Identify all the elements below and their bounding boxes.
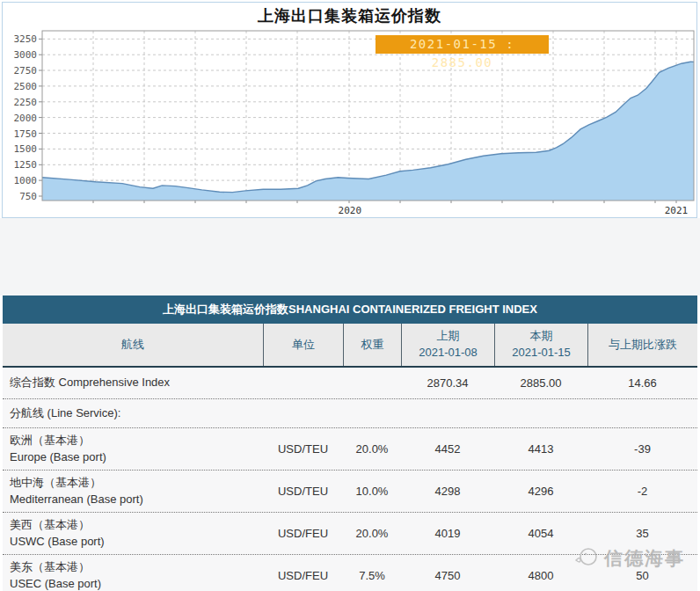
svg-text:2020: 2020: [339, 205, 362, 216]
route-name-cn: 美东（基本港）: [10, 559, 263, 575]
prev-value: 2870.34: [401, 376, 494, 390]
curr-value: 2885.00: [494, 376, 587, 390]
chart-title: 上海出口集装箱运价指数: [3, 5, 696, 26]
col-header-previous: 上期 2021-01-08: [401, 324, 494, 366]
route-name-cn: 美西（基本港）: [10, 517, 263, 533]
svg-text:3000: 3000: [14, 49, 38, 61]
route-name-en: USWC (Base port): [10, 534, 263, 550]
section-label: 分航线 (Line Service):: [3, 405, 697, 421]
svg-text:3250: 3250: [14, 33, 38, 45]
svg-text:750: 750: [19, 191, 37, 202]
svg-text:2250: 2250: [14, 97, 38, 108]
route-name: 综合指数 Comprehensive Index: [10, 375, 263, 390]
scfi-page: 7501000125015001750200022502500275030003…: [0, 0, 700, 591]
col-header-unit: 单位: [263, 324, 343, 366]
route-name-en: USEC (Base port): [10, 576, 263, 591]
table-row-europe: 欧洲（基本港） Europe (Base port) USD/TEU 20.0%…: [3, 428, 697, 471]
col-header-change: 与上期比涨跌: [587, 324, 697, 366]
table-title: 上海出口集装箱运价指数SHANGHAI CONTAINERIZED FREIGH…: [3, 296, 697, 324]
query-section: 指数查询（请输入指数日期）： 查询: [0, 218, 700, 296]
table-row-section: 分航线 (Line Service):: [3, 399, 697, 428]
scfi-table: 上海出口集装箱运价指数SHANGHAI CONTAINERIZED FREIGH…: [3, 296, 697, 591]
route-name-en: Mediterranean (Base port): [10, 492, 263, 507]
chart-panel: 7501000125015001750200022502500275030003…: [2, 2, 697, 218]
table-row-usec: 美东（基本港） USEC (Base port) USD/FEU 7.5% 47…: [3, 555, 697, 591]
col-header-route: 航线: [3, 324, 263, 366]
chart-tooltip: 2021-01-15 : 2885.00: [376, 35, 549, 54]
svg-text:1250: 1250: [14, 159, 38, 171]
col-header-weight: 权重: [343, 324, 401, 366]
svg-text:1000: 1000: [14, 175, 38, 186]
svg-text:2021: 2021: [665, 205, 689, 216]
table-row-uswc: 美西（基本港） USWC (Base port) USD/FEU 20.0% 4…: [3, 513, 697, 555]
route-name-cn: 欧洲（基本港）: [10, 433, 263, 449]
table-header-row: 航线 单位 权重 上期 2021-01-08 本期 2021-01-15 与上期…: [3, 324, 697, 368]
svg-text:1750: 1750: [14, 128, 38, 140]
svg-text:2750: 2750: [14, 65, 38, 77]
svg-text:1500: 1500: [14, 143, 38, 155]
route-name-cn: 地中海（基本港）: [10, 475, 263, 491]
svg-text:2000: 2000: [14, 113, 38, 124]
table-row-mediterranean: 地中海（基本港） Mediterranean (Base port) USD/T…: [3, 471, 697, 513]
svg-text:2500: 2500: [14, 81, 38, 92]
route-name-en: Europe (Base port): [10, 449, 263, 465]
change-value: 14.66: [587, 376, 697, 390]
col-header-current: 本期 2021-01-15: [494, 324, 587, 366]
freight-index-area-chart[interactable]: 7501000125015001750200022502500275030003…: [3, 3, 696, 217]
table-row-comprehensive: 综合指数 Comprehensive Index 2870.34 2885.00…: [3, 368, 697, 399]
